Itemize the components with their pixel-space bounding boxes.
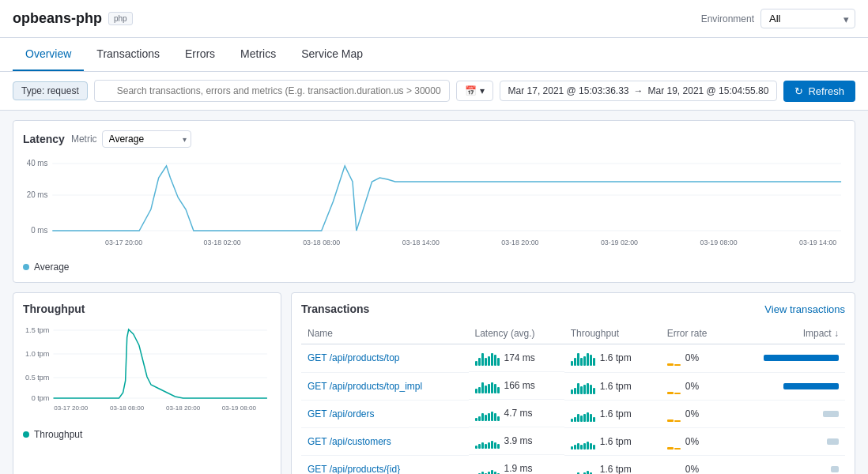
latency-value: 4.7 ms <box>504 408 533 419</box>
throughput-value: 1.6 tpm <box>600 464 632 475</box>
main-content: Latency Metric Average 95th percentile 9… <box>0 111 868 474</box>
legend-dot-average <box>23 264 29 270</box>
impact-bar-container <box>736 355 839 361</box>
svg-text:40 ms: 40 ms <box>27 159 48 167</box>
app-title: opbeans-php <box>13 10 102 27</box>
col-latency: Latency (avg.) <box>469 323 564 344</box>
latency-mini-chart <box>475 461 500 474</box>
refresh-icon: ↻ <box>794 85 803 97</box>
metric-select: Metric Average 95th percentile 99th perc… <box>71 130 191 148</box>
date-to: Mar 19, 2021 @ 15:04:55.80 <box>648 85 769 96</box>
tx-throughput: 1.6 tpm <box>564 455 661 474</box>
tx-link[interactable]: GET /api/customers <box>308 436 391 447</box>
legend-label-average: Average <box>34 261 69 273</box>
metric-dropdown-wrap: Average 95th percentile 99th percentile <box>102 130 191 148</box>
tx-throughput: 1.6 tpm <box>564 400 661 427</box>
error-rate-value: 0% <box>685 352 699 363</box>
tx-name: GET /api/customers <box>301 427 469 455</box>
impact-bar-container <box>736 438 839 445</box>
view-transactions-link[interactable]: View transactions <box>764 303 845 315</box>
impact-bar <box>831 466 839 472</box>
error-rate-value: 0% <box>685 464 699 475</box>
tx-impact <box>730 427 845 455</box>
tx-impact <box>730 372 845 400</box>
throughput-value: 1.6 tpm <box>600 408 632 419</box>
svg-text:03-19 08:00: 03-19 08:00 <box>700 239 738 246</box>
impact-bar-container <box>736 466 839 472</box>
table-row: GET /api/orders 4.7 ms 1.6 tpm 0% <box>301 400 845 427</box>
date-from: Mar 17, 2021 @ 15:03:36.33 <box>508 85 629 96</box>
impact-bar-container <box>736 411 839 417</box>
impact-bar <box>827 438 839 445</box>
date-picker-button[interactable]: 📅 ▾ <box>456 81 493 101</box>
latency-card-header: Latency Metric Average 95th percentile 9… <box>23 130 845 148</box>
svg-text:0.5 tpm: 0.5 tpm <box>25 374 49 382</box>
transactions-card: Transactions View transactions Name Late… <box>291 292 855 474</box>
table-row: GET /api/products/top_impl 166 ms 1.6 tp… <box>301 372 845 400</box>
metric-dropdown[interactable]: Average 95th percentile 99th percentile <box>102 130 191 148</box>
latency-value: 3.9 ms <box>504 435 533 446</box>
top-header: opbeans-php php Environment All producti… <box>0 0 868 38</box>
svg-text:1.5 tpm: 1.5 tpm <box>25 326 49 334</box>
latency-mini-chart <box>475 350 500 366</box>
tx-error-rate: 0% <box>661 372 730 400</box>
svg-text:03-18 20:00: 03-18 20:00 <box>501 239 538 246</box>
transactions-header-row: Name Latency (avg.) Throughput Error rat… <box>301 323 845 344</box>
tab-errors[interactable]: Errors <box>172 38 228 71</box>
svg-text:03-18 02:00: 03-18 02:00 <box>204 239 241 246</box>
legend-label-throughput: Throughput <box>34 429 82 440</box>
latency-title: Latency <box>23 133 65 145</box>
transactions-table: Name Latency (avg.) Throughput Error rat… <box>301 323 845 474</box>
tx-latency: 4.7 ms <box>469 400 564 427</box>
refresh-button[interactable]: ↻ Refresh <box>783 81 855 102</box>
tx-name: GET /api/orders <box>301 400 469 427</box>
svg-text:03-17 20:00: 03-17 20:00 <box>105 239 142 246</box>
tx-latency: 166 ms <box>469 372 564 400</box>
throughput-chart: 1.5 tpm 1.0 tpm 0.5 tpm 0 tpm 03-17 20:0… <box>23 322 271 424</box>
tx-latency: 174 ms <box>469 344 564 372</box>
svg-text:03-17 20:00: 03-17 20:00 <box>54 404 89 412</box>
throughput-mini-chart <box>571 378 595 394</box>
transactions-thead: Name Latency (avg.) Throughput Error rat… <box>301 323 845 344</box>
tab-overview[interactable]: Overview <box>13 38 84 71</box>
tx-link[interactable]: GET /api/orders <box>308 408 374 419</box>
throughput-value: 1.6 tpm <box>600 352 632 363</box>
throughput-title: Throughput <box>23 303 85 315</box>
svg-text:03-18 20:00: 03-18 20:00 <box>166 404 201 412</box>
tx-link[interactable]: GET /api/products/top_impl <box>308 381 422 392</box>
refresh-label: Refresh <box>808 85 844 97</box>
latency-value: 1.9 ms <box>504 463 533 474</box>
date-range: Mar 17, 2021 @ 15:03:36.33 → Mar 19, 202… <box>500 81 778 101</box>
tab-transactions[interactable]: Transactions <box>84 38 172 71</box>
search-wrap: 🔍 <box>94 80 450 102</box>
svg-text:0 ms: 0 ms <box>31 226 47 235</box>
transactions-tbody: GET /api/products/top 174 ms 1.6 tpm 0% … <box>301 344 845 475</box>
search-input[interactable] <box>94 80 450 102</box>
env-dropdown-wrap: All production staging <box>760 9 855 28</box>
tx-link[interactable]: GET /api/products/top <box>308 352 400 363</box>
tx-link[interactable]: GET /api/products/{id} <box>308 464 400 475</box>
error-rate-value: 0% <box>685 408 699 419</box>
col-error-rate: Error rate <box>661 323 730 344</box>
svg-text:03-18 08:00: 03-18 08:00 <box>110 404 145 412</box>
tx-impact <box>730 455 845 474</box>
tab-metrics[interactable]: Metrics <box>228 38 289 71</box>
svg-text:1.0 tpm: 1.0 tpm <box>25 350 49 358</box>
throughput-legend: Throughput <box>23 429 271 440</box>
tab-service-map[interactable]: Service Map <box>289 38 376 71</box>
impact-bar <box>823 411 839 417</box>
env-dropdown[interactable]: All production staging <box>760 9 855 28</box>
throughput-svg: 1.5 tpm 1.0 tpm 0.5 tpm 0 tpm 03-17 20:0… <box>23 322 271 424</box>
throughput-mini-chart <box>571 461 595 475</box>
metric-label: Metric <box>71 134 97 145</box>
latency-mini-chart <box>475 378 500 393</box>
impact-bar-container <box>736 383 839 389</box>
type-badge[interactable]: Type: request <box>13 81 88 100</box>
throughput-card-header: Throughput <box>23 303 271 315</box>
impact-bar <box>764 355 839 361</box>
tx-impact <box>730 344 845 373</box>
svg-text:03-19 02:00: 03-19 02:00 <box>601 239 638 246</box>
svg-text:03-19 08:00: 03-19 08:00 <box>222 404 257 412</box>
svg-text:03-18 08:00: 03-18 08:00 <box>303 239 340 246</box>
app-badge: php <box>108 12 133 25</box>
